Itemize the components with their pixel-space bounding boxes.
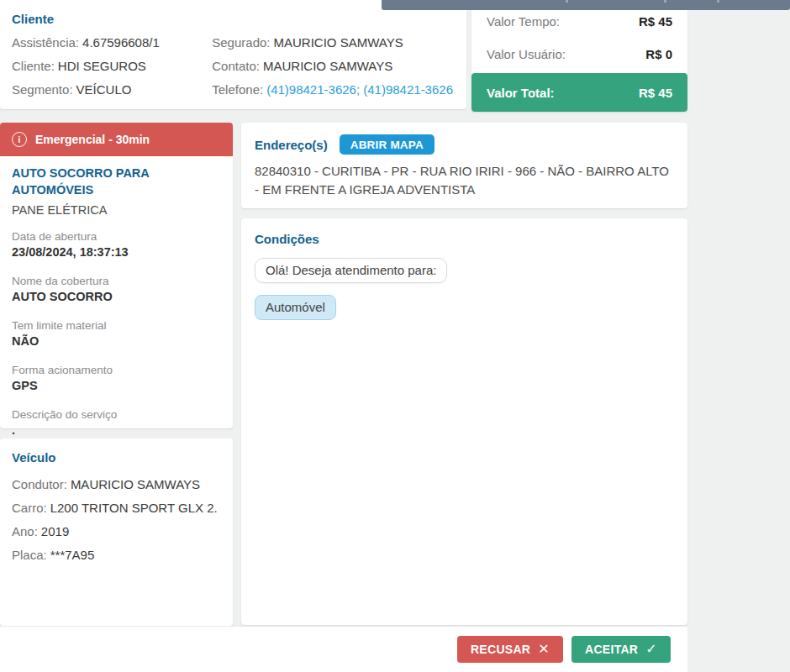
field-value: 2019 bbox=[41, 524, 69, 538]
client-fields-left: Assistência:4.67596608/1 Cliente:HDI SEG… bbox=[12, 31, 212, 102]
field-row-cliente: Cliente:HDI SEGUROS bbox=[12, 55, 212, 78]
price-row-usuario: Valor Usuário: R$ 0 bbox=[471, 38, 687, 71]
field-row-ano: Ano:2019 bbox=[12, 520, 221, 543]
field-row-contato: Contato:MAURICIO SAMWAYS bbox=[212, 55, 453, 78]
field-label: Tem limite material bbox=[12, 318, 221, 333]
accept-button[interactable]: ACEITAR ✓ bbox=[571, 636, 671, 663]
address-text: 82840310 - CURITIBA - PR - RUA RIO IRIRI… bbox=[255, 162, 674, 199]
field-label: Telefone: bbox=[212, 82, 263, 97]
field-label: Assistência: bbox=[12, 35, 79, 50]
address-card-title: Endereço(s) bbox=[255, 138, 328, 152]
info-icon: i bbox=[12, 132, 27, 147]
price-label: Valor Usuário: bbox=[487, 47, 566, 61]
conditions-card: Condições Olá! Deseja atendimento para: … bbox=[241, 218, 687, 625]
field-value: ***7A95 bbox=[50, 548, 95, 562]
topbar-divider bbox=[664, 0, 666, 3]
price-value: R$ 0 bbox=[645, 47, 672, 61]
field-label: Carro: bbox=[12, 501, 47, 515]
field-value: 23/08/2024, 18:37:13 bbox=[12, 244, 221, 261]
field-row-telefone: Telefone:(41)98421-3626; (41)98421-3626 bbox=[212, 78, 453, 102]
field-label: Cliente: bbox=[12, 59, 55, 73]
service-name: AUTO SOCORRO PARA AUTOMÓVEIS bbox=[12, 165, 221, 198]
field-label: Data de abertura bbox=[12, 229, 221, 244]
service-problem: PANE ELÉTRICA bbox=[12, 203, 221, 217]
client-card-title: Cliente bbox=[12, 12, 453, 26]
address-card: Endereço(s) ABRIR MAPA 82840310 - CURITI… bbox=[241, 123, 687, 208]
field-label: Condutor: bbox=[12, 477, 67, 491]
client-card: Cliente Assistência:4.67596608/1 Cliente… bbox=[0, 0, 466, 109]
field-value: . bbox=[12, 422, 221, 439]
field-block-limite: Tem limite material NÃO bbox=[12, 318, 221, 350]
topbar-divider bbox=[717, 0, 719, 3]
chat-message-bubble: Olá! Deseja atendimento para: bbox=[255, 258, 447, 283]
conditions-card-title: Condições bbox=[255, 232, 319, 246]
field-label: Descrição do serviço bbox=[12, 407, 221, 422]
field-block-descricao: Descrição do serviço . bbox=[12, 407, 221, 439]
field-block-acionamento: Forma acionamento GPS bbox=[12, 363, 221, 395]
field-label: Forma acionamento bbox=[12, 363, 221, 377]
topbar bbox=[382, 0, 790, 10]
field-value: HDI SEGUROS bbox=[58, 59, 146, 73]
field-value: MAURICIO SAMWAYS bbox=[71, 477, 200, 491]
phone-link[interactable]: (41)98421-3626; (41)98421-3626 bbox=[266, 82, 453, 97]
field-label: Nome da cobertura bbox=[12, 274, 221, 288]
field-value: MAURICIO SAMWAYS bbox=[263, 59, 392, 73]
field-value: AUTO SOCORRO bbox=[12, 288, 221, 306]
field-value: VEÍCULO bbox=[76, 82, 132, 97]
field-block-cobertura: Nome da cobertura AUTO SOCORRO bbox=[12, 274, 221, 306]
client-fields-right: Segurado:MAURICIO SAMWAYS Contato:MAURIC… bbox=[212, 31, 453, 102]
price-card: Valor Tempo: R$ 45 Valor Usuário: R$ 0 V… bbox=[471, 0, 687, 112]
price-value: R$ 45 bbox=[639, 14, 672, 29]
emergency-banner-label: Emergencial - 30min bbox=[35, 133, 150, 146]
field-value: L200 TRITON SPORT GLX 2. bbox=[50, 501, 218, 515]
field-row-carro: Carro:L200 TRITON SPORT GLX 2. bbox=[12, 496, 221, 520]
field-value: NÃO bbox=[12, 333, 221, 350]
field-block-data-abertura: Data de abertura 23/08/2024, 18:37:13 bbox=[12, 229, 221, 261]
field-label: Segmento: bbox=[12, 82, 73, 97]
field-value: 4.67596608/1 bbox=[82, 35, 160, 50]
price-total-value: R$ 45 bbox=[639, 86, 672, 100]
reject-button-label: RECUSAR bbox=[471, 643, 530, 656]
field-row-assistencia: Assistência:4.67596608/1 bbox=[12, 31, 212, 55]
field-value: GPS bbox=[12, 377, 221, 395]
assistance-request-screen: Cliente Assistência:4.67596608/1 Cliente… bbox=[0, 0, 790, 672]
topbar-divider bbox=[566, 0, 568, 3]
price-total-label: Valor Total: bbox=[487, 86, 555, 100]
field-label: Segurado: bbox=[212, 35, 270, 50]
field-row-segmento: Segmento:VEÍCULO bbox=[12, 78, 212, 102]
vehicle-card-title: Veículo bbox=[12, 450, 221, 465]
field-label: Placa: bbox=[12, 548, 47, 562]
field-row-segurado: Segurado:MAURICIO SAMWAYS bbox=[212, 31, 453, 55]
close-icon: ✕ bbox=[538, 643, 550, 656]
field-row-placa: Placa:***7A95 bbox=[12, 543, 221, 567]
field-label: Contato: bbox=[212, 59, 260, 73]
price-label: Valor Tempo: bbox=[487, 14, 560, 29]
emergency-banner: i Emergencial - 30min bbox=[0, 123, 233, 156]
open-map-button[interactable]: ABRIR MAPA bbox=[340, 134, 434, 155]
service-card: i Emergencial - 30min AUTO SOCORRO PARA … bbox=[0, 123, 233, 428]
price-total-row: Valor Total: R$ 45 bbox=[471, 73, 687, 112]
reject-button[interactable]: RECUSAR ✕ bbox=[457, 636, 563, 663]
field-label: Ano: bbox=[12, 524, 38, 538]
field-row-condutor: Condutor:MAURICIO SAMWAYS bbox=[12, 473, 221, 496]
action-footer: RECUSAR ✕ ACEITAR ✓ bbox=[0, 626, 687, 672]
vehicle-card: Veículo Condutor:MAURICIO SAMWAYS Carro:… bbox=[0, 438, 233, 626]
accept-button-label: ACEITAR bbox=[585, 643, 638, 656]
check-icon: ✓ bbox=[645, 643, 657, 656]
chat-option-chip[interactable]: Automóvel bbox=[255, 295, 336, 320]
client-fields: Assistência:4.67596608/1 Cliente:HDI SEG… bbox=[12, 31, 453, 102]
field-value: MAURICIO SAMWAYS bbox=[274, 35, 403, 50]
